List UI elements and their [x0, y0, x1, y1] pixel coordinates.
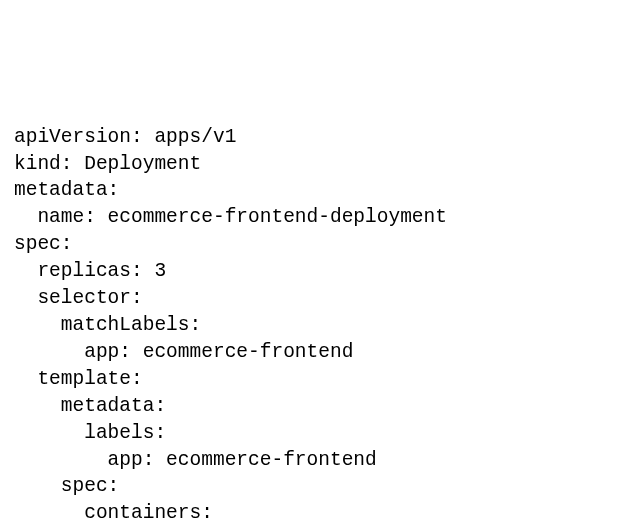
code-line: labels:	[14, 422, 166, 444]
code-line: matchLabels:	[14, 314, 201, 336]
code-line: app: ecommerce-frontend	[14, 341, 353, 363]
yaml-code-block: apiVersion: apps/v1 kind: Deployment met…	[14, 124, 616, 526]
code-line: metadata:	[14, 179, 119, 201]
code-line: name: ecommerce-frontend-deployment	[14, 206, 447, 228]
code-line: replicas: 3	[14, 260, 166, 282]
code-line: template:	[14, 368, 143, 390]
code-line: kind: Deployment	[14, 153, 201, 175]
code-line: spec:	[14, 475, 119, 497]
code-line: app: ecommerce-frontend	[14, 449, 377, 471]
code-line: spec:	[14, 233, 73, 255]
code-line: apiVersion: apps/v1	[14, 126, 236, 148]
code-line: selector:	[14, 287, 143, 309]
code-line: metadata:	[14, 395, 166, 417]
code-line: containers:	[14, 502, 213, 524]
